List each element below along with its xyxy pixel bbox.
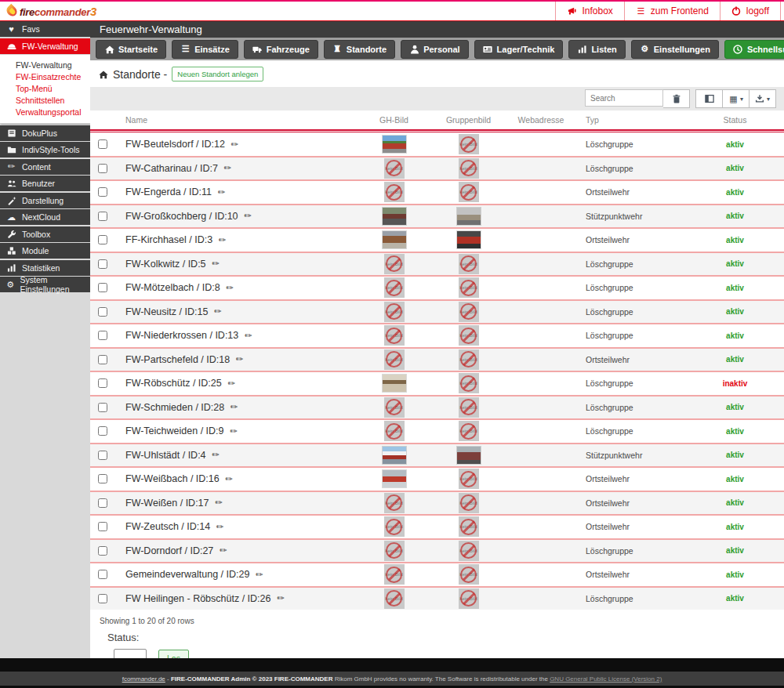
sidebar-item-module[interactable]: Module [0, 243, 90, 259]
row-checkbox[interactable] [98, 139, 107, 149]
pencil-icon[interactable]: ✏ [254, 570, 264, 580]
no-image-label: kein Bild [459, 190, 477, 194]
pencil-icon[interactable]: ✏ [217, 235, 227, 245]
module-title: Feuerwehr-Verwaltung [100, 24, 202, 35]
body-row: ♥FavsFW-VerwaltungFW-VerwaltungFW-Einsat… [0, 21, 784, 658]
tab-eins-tze[interactable]: ☰Einsätze [172, 40, 238, 59]
tab-standorte[interactable]: ♜Standorte [324, 40, 395, 59]
clear-search-button[interactable] [663, 89, 690, 108]
no-image-placeholder: kein Bild [459, 397, 479, 418]
row-checkbox[interactable] [98, 403, 107, 412]
logo[interactable]: firecommander3 [0, 2, 96, 20]
row-checkbox[interactable] [98, 235, 107, 244]
pencil-icon[interactable]: ✏ [229, 402, 239, 412]
pencil-icon[interactable]: ✏ [230, 139, 240, 150]
row-checkbox[interactable] [98, 307, 107, 317]
sidebar-item-dokuplus[interactable]: DokuPlus [0, 125, 90, 141]
tab-startseite[interactable]: Startseite [96, 40, 166, 59]
export-dropdown-button[interactable]: ▾ [750, 89, 776, 108]
footer-license-link[interactable]: GNU General Public License (Version 2) [550, 675, 662, 683]
table-row: FW-Teichweiden / ID:9✏kein Bildkein Bild… [90, 418, 784, 443]
no-image-label: kein Bild [385, 357, 403, 362]
infobox-link[interactable]: Infobox [555, 2, 623, 20]
tab-listen[interactable]: Listen [568, 40, 625, 59]
pencil-icon[interactable]: ✏ [212, 306, 223, 317]
row-checkbox[interactable] [98, 522, 107, 531]
sidebar-item-fw-verwaltung[interactable]: FW-Verwaltung [0, 38, 90, 54]
sidebar-item-statistiken[interactable]: Statistiken [0, 260, 90, 276]
logoff-link[interactable]: logoff [720, 2, 781, 20]
row-checkbox[interactable] [98, 546, 107, 556]
pencil-icon[interactable]: ✏ [227, 378, 237, 389]
tab-einstellungen[interactable]: ⚙Einstellungen [631, 40, 719, 59]
pencil-icon[interactable]: ✏ [229, 426, 239, 436]
status-badge: aktiv [686, 403, 784, 411]
no-image-label: kein Bild [385, 429, 403, 433]
sidebar-subitem-label: Top-Menü [16, 84, 53, 93]
sidebar-item-favs[interactable]: ♥Favs [0, 21, 90, 37]
new-standort-button[interactable]: Neuen Standort anlegen [172, 67, 263, 81]
sidebar-subitem-schnittstellen[interactable]: Schnittstellen [0, 94, 90, 106]
truck-icon [252, 44, 263, 54]
sidebar-item-system-einstellungen[interactable]: ⚙System Einstellungen [0, 277, 90, 292]
pencil-icon[interactable]: ✏ [211, 259, 221, 269]
zum-frontend-link[interactable]: ☰ zum Frontend [624, 2, 720, 20]
pencil-icon[interactable]: ✏ [224, 474, 234, 484]
pencil-icon[interactable]: ✏ [276, 593, 286, 603]
sidebar-subitem-fw-einsatzrechte[interactable]: FW-Einsatzrechte [0, 71, 90, 82]
row-checkbox[interactable] [98, 187, 107, 197]
sidebar-item-darstellung[interactable]: Darstellung [0, 193, 90, 208]
column-header-webadresse: Webadresse [506, 115, 576, 125]
row-checkbox[interactable] [98, 331, 107, 340]
sidebar-item-toolbox[interactable]: Toolbox [0, 226, 90, 242]
pencil-icon[interactable]: ✏ [216, 187, 227, 197]
pencil-icon[interactable]: ✏ [243, 331, 253, 341]
pencil-icon[interactable]: ✏ [215, 522, 225, 532]
row-checkbox[interactable] [98, 355, 107, 364]
footer-domain-link[interactable]: fcommander.de [122, 675, 165, 683]
table-row: FW-Zeutsch / ID:14✏kein Bildkein BildOrt… [90, 514, 784, 538]
sidebar-subitem-fw-verwaltung[interactable]: FW-Verwaltung [0, 59, 90, 71]
column-header-name: Name [122, 115, 357, 125]
row-checkbox[interactable] [98, 594, 107, 603]
sidebar-subitem-top-men[interactable]: Top-Menü [0, 82, 90, 94]
no-image-placeholder: kein Bild [384, 302, 405, 322]
tab-personal[interactable]: Personal [401, 40, 468, 59]
row-checkbox[interactable] [98, 474, 107, 483]
row-checkbox[interactable] [98, 570, 107, 579]
tab-lager-technik[interactable]: Lager/Technik [474, 40, 564, 59]
pencil-icon[interactable]: ✏ [234, 354, 245, 364]
row-checkbox[interactable] [98, 283, 107, 292]
columns-dropdown-button[interactable]: ▦▾ [723, 89, 750, 108]
row-checkbox[interactable] [98, 451, 107, 460]
no-image-label: kein Bild [385, 190, 403, 194]
row-checkbox[interactable] [98, 212, 107, 221]
row-checkbox[interactable] [98, 378, 107, 388]
row-checkbox[interactable] [98, 498, 107, 508]
sidebar-item-indivstyle-tools[interactable]: IndivStyle-Tools [0, 142, 90, 158]
toggle-view-button[interactable] [695, 89, 723, 108]
pencil-icon[interactable]: ✏ [223, 163, 233, 173]
pencil-icon[interactable]: ✏ [211, 450, 221, 460]
pencil-icon[interactable]: ✏ [218, 545, 228, 556]
sidebar-item-benutzer[interactable]: Benutzer [0, 176, 90, 191]
row-checkbox[interactable] [98, 164, 107, 173]
tab-schnellsuche[interactable]: Schnellsuche [724, 40, 784, 59]
no-image-placeholder: kein Bild [384, 397, 405, 418]
table-options-group: ▦▾ ▾ [695, 89, 776, 108]
sidebar-item-content[interactable]: ✏Content [0, 159, 90, 175]
status-badge: aktiv [686, 164, 784, 172]
row-name: FW-Schmieden / ID:28 [125, 402, 224, 413]
sidebar-subitem-verwaltungsportal[interactable]: Verwaltungsportal [0, 106, 90, 118]
row-checkbox[interactable] [98, 426, 107, 436]
tab-fahrzeuge[interactable]: Fahrzeuge [244, 40, 318, 59]
row-checkbox[interactable] [98, 259, 107, 269]
sidebar-item-nextcloud[interactable]: ☁NextCloud [0, 209, 90, 225]
pencil-icon[interactable]: ✏ [214, 498, 224, 508]
logoff-label: logoff [746, 5, 769, 16]
no-image-placeholder: kein Bild [384, 254, 405, 274]
pencil-icon[interactable]: ✏ [225, 283, 235, 293]
pencil-icon[interactable]: ✏ [243, 211, 253, 221]
no-image-label: kein Bild [459, 596, 477, 601]
search-input[interactable] [585, 89, 663, 107]
